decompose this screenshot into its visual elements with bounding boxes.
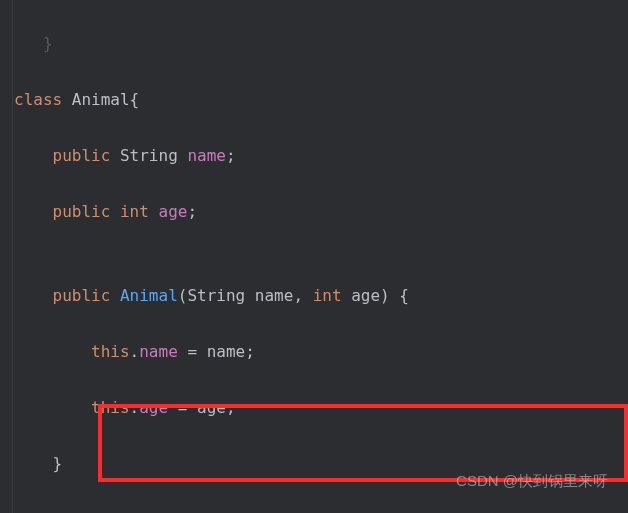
kw-public: public <box>14 146 120 165</box>
semi: ; <box>226 398 236 417</box>
type-string: String <box>120 146 187 165</box>
comma: , <box>293 286 312 305</box>
kw-this: this <box>14 398 130 417</box>
gutter <box>0 0 13 513</box>
cls-animal: Animal <box>62 90 129 109</box>
type-int: int <box>313 286 352 305</box>
semi: ; <box>245 342 255 361</box>
code-block: } class Animal{ public String name; publ… <box>14 2 526 513</box>
field-age: age <box>139 398 168 417</box>
kw-public: public <box>14 286 120 305</box>
kw-public: public <box>14 202 120 221</box>
field-name: name <box>139 342 178 361</box>
kw-class: class <box>14 90 62 109</box>
var-age: age <box>197 398 226 417</box>
line-0: } <box>14 34 53 53</box>
brace: { <box>130 90 140 109</box>
eq: = <box>168 398 197 417</box>
kw-this: this <box>14 342 130 361</box>
type-string: String <box>187 286 254 305</box>
var-name: name <box>207 342 246 361</box>
eq: = <box>178 342 207 361</box>
dot: . <box>130 398 140 417</box>
brace-close: } <box>14 454 62 473</box>
paren-close: ) { <box>380 286 409 305</box>
param-age: age <box>351 286 380 305</box>
param-name: name <box>255 286 294 305</box>
dot: . <box>130 342 140 361</box>
semi: ; <box>226 146 236 165</box>
ctor-animal: Animal <box>120 286 178 305</box>
paren: ( <box>178 286 188 305</box>
semi: ; <box>187 202 197 221</box>
field-name: name <box>187 146 226 165</box>
type-int: int <box>120 202 159 221</box>
field-age: age <box>159 202 188 221</box>
